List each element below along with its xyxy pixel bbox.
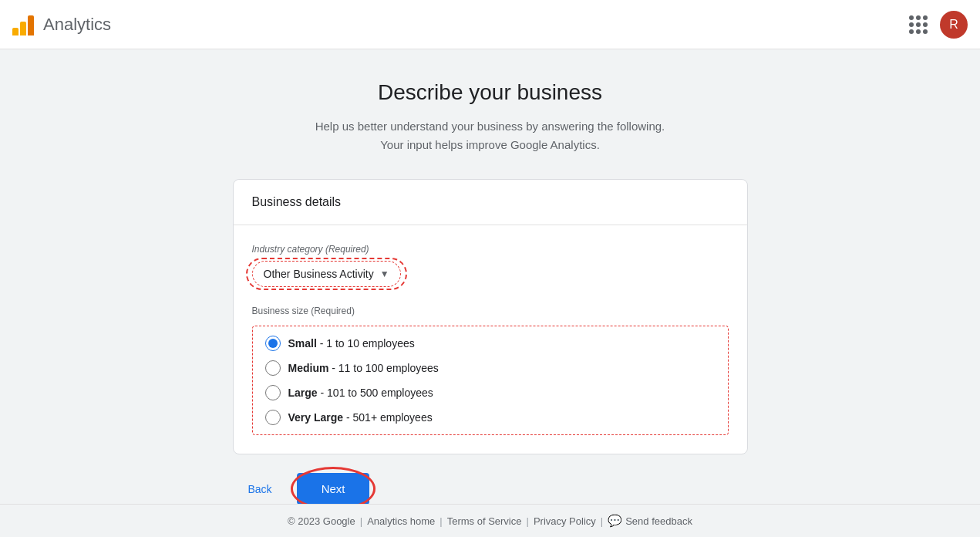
- size-label-medium: Medium - 11 to 100 employees: [288, 362, 439, 374]
- industry-dropdown[interactable]: Other Business Activity ▼: [252, 261, 401, 287]
- page-title: Describe your business: [233, 80, 748, 105]
- feedback-label: Send feedback: [625, 515, 692, 527]
- size-radio-medium[interactable]: [265, 360, 281, 376]
- footer-sep-2: |: [439, 515, 442, 527]
- next-button-wrapper: Next: [297, 473, 370, 505]
- logo-bar-2: [20, 22, 26, 35]
- footer-sep-1: |: [360, 515, 362, 527]
- content-area: Describe your business Help us better un…: [221, 49, 760, 537]
- card-header-title: Business details: [252, 195, 342, 208]
- next-button[interactable]: Next: [297, 473, 370, 505]
- size-radio-large[interactable]: [265, 385, 281, 400]
- business-size-radio-group: Small - 1 to 10 employees Medium - 11 to…: [252, 326, 729, 435]
- grid-dot: [909, 29, 914, 34]
- card-header: Business details: [234, 180, 747, 225]
- subtitle-line2: Your input helps improve Google Analytic…: [380, 138, 600, 151]
- footer: © 2023 Google | Analytics home | Terms o…: [0, 504, 980, 537]
- dropdown-arrow-icon: ▼: [380, 268, 389, 279]
- privacy-link[interactable]: Privacy Policy: [534, 515, 596, 527]
- apps-icon[interactable]: [903, 9, 934, 40]
- logo-bar-1: [12, 28, 19, 35]
- card-body: Industry category (Required) Other Busin…: [234, 225, 747, 454]
- grid-dot: [923, 29, 928, 34]
- page-subtitle: Help us better understand your business …: [233, 117, 748, 154]
- terms-link[interactable]: Terms of Service: [447, 515, 522, 527]
- footer-sep-4: |: [601, 515, 603, 527]
- grid-dot: [923, 15, 928, 20]
- business-details-card: Business details Industry category (Requ…: [233, 179, 748, 454]
- footer-sep-3: |: [526, 515, 528, 527]
- size-option-medium[interactable]: Medium - 11 to 100 employees: [265, 360, 716, 376]
- size-label-very-large: Very Large - 501+ employees: [288, 411, 433, 424]
- size-option-small[interactable]: Small - 1 to 10 employees: [265, 336, 716, 351]
- back-button[interactable]: Back: [233, 475, 288, 503]
- size-radio-small[interactable]: [265, 336, 281, 351]
- analytics-logo: [12, 14, 34, 35]
- header: Analytics R: [0, 0, 980, 49]
- business-size-label: Business size (Required): [252, 306, 729, 316]
- app-title: Analytics: [43, 15, 111, 35]
- subtitle-line1: Help us better understand your business …: [315, 120, 665, 133]
- header-right: R: [903, 9, 968, 40]
- feedback-icon: 💬: [608, 514, 622, 528]
- main-content: Describe your business Help us better un…: [0, 0, 980, 537]
- grid-dot: [916, 29, 921, 34]
- grid-dot: [916, 15, 921, 20]
- size-option-large[interactable]: Large - 101 to 500 employees: [265, 385, 716, 400]
- header-left: Analytics: [12, 14, 111, 35]
- grid-dot: [909, 15, 914, 20]
- copyright: © 2023 Google: [288, 515, 355, 527]
- size-option-very-large[interactable]: Very Large - 501+ employees: [265, 410, 716, 425]
- size-label-large: Large - 101 to 500 employees: [288, 387, 433, 399]
- size-radio-very-large[interactable]: [265, 410, 281, 425]
- grid-dots: [909, 15, 928, 34]
- button-row: Back Next: [233, 473, 748, 505]
- analytics-home-link[interactable]: Analytics home: [367, 515, 435, 527]
- grid-dot: [909, 22, 914, 27]
- size-label-small: Small - 1 to 10 employees: [288, 337, 415, 350]
- logo-bar-3: [28, 15, 34, 35]
- feedback-link[interactable]: 💬 Send feedback: [608, 514, 692, 528]
- avatar[interactable]: R: [940, 11, 968, 39]
- industry-label: Industry category (Required): [252, 244, 729, 255]
- industry-dropdown-wrapper: Other Business Activity ▼: [252, 261, 401, 287]
- grid-dot: [916, 22, 921, 27]
- industry-value: Other Business Activity: [264, 268, 374, 280]
- grid-dot: [923, 22, 928, 27]
